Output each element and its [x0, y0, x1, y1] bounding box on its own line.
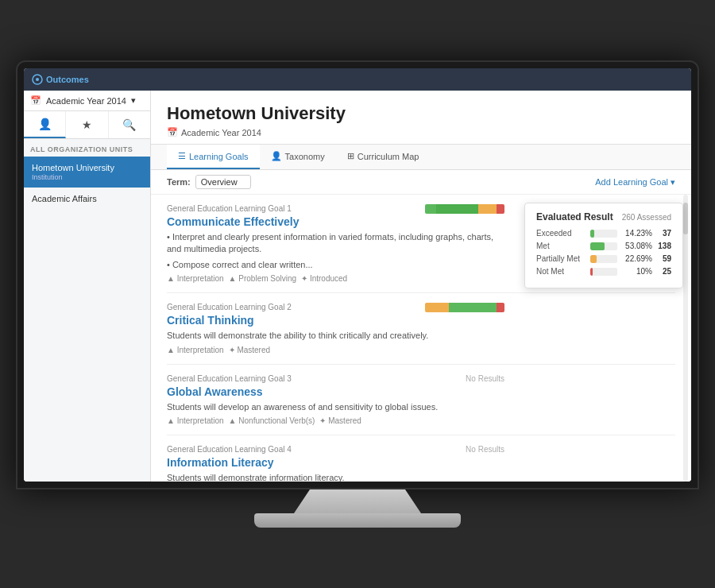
goal-1-tags: ▲ Interpretation ▲ Problem Solving ✦ Int… — [167, 274, 500, 283]
eval-result-popup: Evaluated Result 260 Assessed Exceeded 1… — [524, 203, 683, 288]
tab-curriculum-map-icon: ⊞ — [347, 151, 354, 161]
goal-3-tags: ▲ Interpretation ▲ Nonfunctional Verb(s)… — [167, 416, 500, 425]
goals-container: Evaluated Result 260 Assessed Exceeded 1… — [151, 195, 691, 482]
goal-item-2: General Education Learning Goal 2 Critic… — [167, 293, 675, 364]
goal-3-tag-2: ▲ Nonfunctional Verb(s) — [229, 416, 315, 425]
main-content: Hometown University 📅 Academic Year 2014… — [151, 91, 691, 482]
eval-assessed: 260 Assessed — [622, 213, 671, 222]
sidebar: 📅 Academic Year 2014 ▾ 👤 ★ 🔍 ALL ORGANIZ… — [24, 91, 151, 482]
page-calendar-icon: 📅 — [167, 127, 178, 137]
date-selector-arrow: ▾ — [131, 95, 136, 106]
sidebar-item-hometown-university[interactable]: Hometown University Institution — [24, 157, 150, 188]
eval-row-met: Met 53.08% 138 — [536, 242, 671, 250]
eval-bar-exceeded-wrap — [590, 230, 617, 238]
tab-learning-goals[interactable]: ☰ Learning Goals — [167, 145, 260, 169]
tab-taxonomy-label: Taxonomy — [285, 152, 325, 161]
goal-1-result-bar — [425, 204, 504, 214]
goal-2-result-bar — [425, 303, 504, 312]
monitor-screen: Outcomes 📅 Academic Year 2014 ▾ 👤 ★ 🔍 — [16, 60, 699, 489]
add-goal-label: Add Learning Goal — [595, 177, 668, 187]
eval-row-met-label: Met — [536, 242, 586, 250]
page-subtitle-text: Academic Year 2014 — [181, 128, 261, 137]
goal-1-desc2: • Compose correct and clear written... — [167, 259, 500, 271]
eval-popup-header: Evaluated Result 260 Assessed — [536, 211, 671, 222]
eval-row-partially-met: Partially Met 22.69% 59 — [536, 254, 671, 263]
goal-3-tag-3: ✦ Mastered — [319, 416, 361, 425]
eval-row-not-met: Not Met 10% 25 — [536, 267, 671, 276]
goal-2-desc1: Students will demonstrate the ability to… — [167, 330, 500, 342]
sidebar-section-label: ALL ORGANIZATION UNITS — [24, 139, 150, 157]
goal-3-tag-1: ▲ Interpretation — [167, 416, 224, 425]
page-header: Hometown University 📅 Academic Year 2014 — [151, 91, 691, 145]
goal-4-no-results: No Results — [466, 445, 504, 454]
sidebar-icon-people[interactable]: 👤 — [24, 111, 66, 138]
goal-4-category: General Education Learning Goal 4 — [167, 445, 500, 454]
add-learning-goal-button[interactable]: Add Learning Goal ▾ — [595, 177, 675, 188]
goal-4-desc1: Students will demonstrate information li… — [167, 472, 500, 482]
term-selector: Term: Overview — [167, 175, 251, 189]
eval-row-exceeded-label: Exceeded — [536, 229, 586, 238]
eval-row-not-met-label: Not Met — [536, 267, 586, 276]
goal-3-no-results: No Results — [466, 374, 504, 383]
eval-row-partially-met-label: Partially Met — [536, 254, 586, 263]
tab-curriculum-map[interactable]: ⊞ Curriculum Map — [336, 145, 431, 169]
eval-count-exceeded: 37 — [657, 229, 671, 238]
outcomes-logo-icon — [32, 74, 43, 85]
goal-3-title[interactable]: Global Awareness — [167, 385, 500, 398]
tab-learning-goals-label: Learning Goals — [189, 152, 249, 161]
eval-pct-partially-met: 22.69% — [622, 254, 652, 263]
eval-count-met: 138 — [657, 242, 671, 250]
scroll-thumb[interactable] — [683, 203, 688, 234]
eval-row-exceeded: Exceeded 14.23% 37 — [536, 229, 671, 238]
page-title: Hometown University — [167, 103, 675, 124]
date-selector[interactable]: 📅 Academic Year 2014 ▾ — [24, 91, 150, 111]
scrollbar[interactable] — [683, 195, 688, 482]
sidebar-item-sub: Institution — [32, 173, 142, 181]
eval-count-not-met: 25 — [657, 267, 671, 276]
goal-2-tag-2: ✦ Mastered — [229, 346, 270, 354]
tab-taxonomy[interactable]: 👤 Taxonomy — [260, 145, 336, 169]
screen-inner: Outcomes 📅 Academic Year 2014 ▾ 👤 ★ 🔍 — [24, 68, 691, 482]
goal-4-title[interactable]: Information Literacy — [167, 456, 500, 469]
monitor-stand — [278, 489, 437, 513]
term-select[interactable]: Overview — [195, 175, 251, 189]
monitor-base — [254, 513, 461, 528]
goal-1-tag-3: ✦ Introduced — [301, 274, 347, 283]
calendar-icon: 📅 — [30, 95, 41, 106]
tabs-bar: ☰ Learning Goals 👤 Taxonomy ⊞ Curriculum… — [151, 145, 691, 170]
date-selector-label: Academic Year 2014 — [46, 96, 126, 106]
goal-3-category: General Education Learning Goal 3 — [167, 374, 500, 383]
goal-1-bar — [425, 204, 504, 214]
goal-3-no-results-label: No Results — [466, 374, 504, 383]
tab-learning-goals-icon: ☰ — [178, 151, 186, 161]
app-title: Outcomes — [46, 75, 89, 84]
sidebar-icon-bar: 👤 ★ 🔍 — [24, 111, 150, 139]
sidebar-item-label: Hometown University — [32, 163, 142, 172]
sidebar-icon-search[interactable]: 🔍 — [109, 111, 150, 138]
monitor-wrapper: Outcomes 📅 Academic Year 2014 ▾ 👤 ★ 🔍 — [16, 60, 699, 528]
goal-2-title[interactable]: Critical Thinking — [167, 314, 500, 327]
eval-popup-title: Evaluated Result — [536, 211, 613, 222]
page-subtitle: 📅 Academic Year 2014 — [167, 127, 675, 137]
goal-item-4: General Education Learning Goal 4 Inform… — [167, 435, 675, 482]
eval-pct-exceeded: 14.23% — [622, 229, 652, 238]
eval-bar-met-fill — [590, 242, 605, 250]
goal-2-tags: ▲ Interpretation ✦ Mastered — [167, 346, 500, 354]
term-label: Term: — [167, 177, 191, 187]
goal-1-title[interactable]: Communicate Effectively — [167, 215, 500, 228]
eval-bar-exceeded-fill — [590, 230, 594, 238]
eval-bar-not-met-wrap — [590, 268, 617, 276]
sidebar-item-academic-affairs[interactable]: Academic Affairs — [24, 188, 150, 210]
goal-4-no-results-label: No Results — [466, 445, 504, 454]
goal-1-tag-2: ▲ Problem Solving — [229, 274, 297, 283]
svg-point-1 — [36, 78, 39, 81]
add-goal-arrow: ▾ — [671, 177, 675, 188]
sidebar-item-label: Academic Affairs — [32, 194, 142, 203]
eval-pct-met: 53.08% — [622, 242, 652, 250]
sidebar-icon-star[interactable]: ★ — [66, 111, 108, 138]
eval-bar-partially-met-wrap — [590, 255, 617, 263]
tab-curriculum-map-label: Curriculum Map — [358, 152, 419, 161]
goal-2-bar — [425, 303, 504, 312]
eval-bar-not-met-fill — [590, 268, 593, 276]
app-body: 📅 Academic Year 2014 ▾ 👤 ★ 🔍 ALL ORGANIZ… — [24, 91, 691, 482]
